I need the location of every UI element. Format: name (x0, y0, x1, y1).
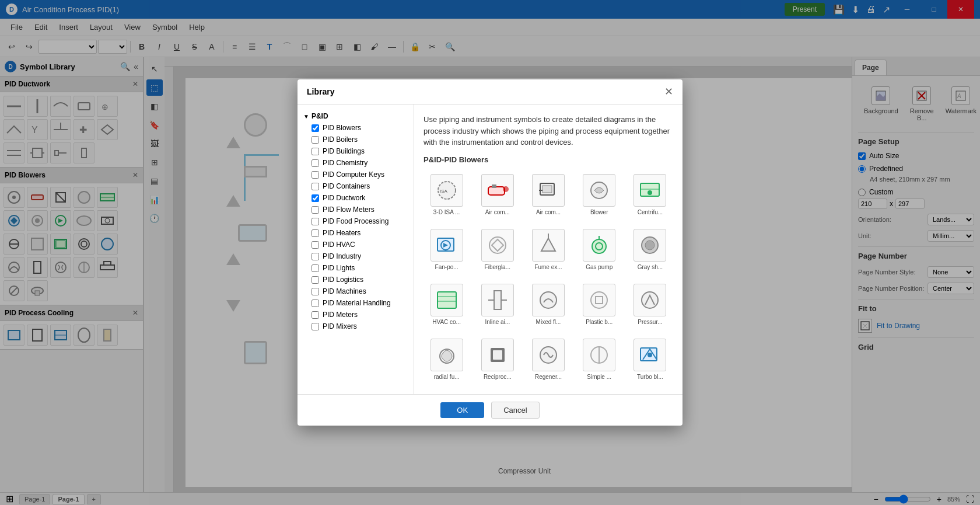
symbol-icon-5 (430, 229, 463, 262)
symbol-label-3: Blower (590, 209, 608, 216)
tree-label-0: PID Blowers (323, 124, 361, 132)
library-modal: Library ✕ ▼ P&ID PID BlowersPID BoilersP… (298, 79, 682, 426)
tree-child-10[interactable]: PID HVAC (302, 239, 409, 250)
modal-tree: ▼ P&ID PID BlowersPID BoilersPID Buildin… (298, 105, 414, 394)
tree-checkbox-2[interactable] (312, 148, 319, 155)
tree-label-14: PID Machines (323, 287, 366, 295)
tree-child-0[interactable]: PID Blowers (302, 122, 409, 134)
tree-child-13[interactable]: PID Logistics (302, 274, 409, 285)
svg-rect-80 (438, 292, 456, 308)
svg-rect-91 (493, 350, 502, 360)
tree-checkbox-11[interactable] (312, 253, 319, 260)
symbol-cell-3[interactable]: Blower (576, 170, 622, 220)
symbol-cell-0[interactable]: ISA3-D ISA ... (424, 170, 470, 220)
tree-checkbox-10[interactable] (312, 241, 319, 249)
symbol-cell-12[interactable]: Mixed fl... (525, 280, 571, 330)
symbol-label-15: radial fu... (434, 374, 460, 381)
modal-subtitle: P&ID-PID Blowers (424, 155, 673, 164)
symbol-cell-13[interactable]: Plastic b... (576, 280, 622, 330)
tree-label-1: PID Boilers (323, 135, 358, 144)
symbol-cell-19[interactable]: Turbo bl... (627, 335, 673, 385)
symbol-label-10: HVAC co... (432, 319, 461, 326)
ok-button[interactable]: OK (440, 402, 484, 418)
tree-label-3: PID Chemistry (323, 159, 368, 167)
svg-point-87 (591, 292, 607, 308)
tree-child-6[interactable]: PID Ductwork (302, 192, 409, 204)
symbol-icon-17 (532, 339, 565, 371)
symbol-icon-15 (430, 339, 463, 371)
symbol-cell-8[interactable]: Gas pump (576, 225, 622, 275)
symbol-icon-8 (583, 229, 615, 262)
modal-overlay[interactable]: Library ✕ ▼ P&ID PID BlowersPID BoilersP… (0, 0, 980, 505)
svg-point-70 (648, 190, 652, 195)
tree-checkbox-8[interactable] (312, 218, 319, 225)
tree-checkbox-7[interactable] (312, 206, 319, 214)
tree-checkbox-0[interactable] (312, 124, 319, 132)
symbol-label-4: Centrifu... (638, 209, 663, 216)
tree-child-8[interactable]: PID Food Processing (302, 215, 409, 227)
tree-checkbox-17[interactable] (312, 323, 319, 330)
tree-checkbox-14[interactable] (312, 288, 319, 295)
tree-child-1[interactable]: PID Boilers (302, 134, 409, 145)
modal-description: Use piping and instrument symbols to cre… (424, 114, 673, 148)
modal-close-button[interactable]: ✕ (664, 85, 673, 98)
symbol-cell-10[interactable]: HVAC co... (424, 280, 470, 330)
symbol-cell-4[interactable]: Centrifu... (627, 170, 673, 220)
svg-rect-61 (488, 187, 505, 195)
tree-child-4[interactable]: PID Computer Keys (302, 169, 409, 180)
tree-child-14[interactable]: PID Machines (302, 285, 409, 297)
tree-parent-pid[interactable]: ▼ P&ID (302, 110, 409, 122)
tree-checkbox-3[interactable] (312, 159, 319, 167)
symbol-cell-9[interactable]: Gray sh... (627, 225, 673, 275)
svg-point-96 (648, 353, 652, 357)
symbol-grid: ISA3-D ISA ...Air com...Air com...Blower… (424, 170, 673, 385)
symbol-icon-9 (634, 229, 666, 262)
tree-checkbox-1[interactable] (312, 136, 319, 144)
tree-checkbox-6[interactable] (312, 194, 319, 202)
tree-child-16[interactable]: PID Meters (302, 309, 409, 321)
tree-label-9: PID Heaters (323, 229, 360, 237)
tree-checkbox-15[interactable] (312, 299, 319, 307)
tree-child-3[interactable]: PID Chemistry (302, 157, 409, 169)
tree-child-11[interactable]: PID Industry (302, 250, 409, 262)
symbol-icon-6 (481, 229, 514, 262)
tree-checkbox-5[interactable] (312, 183, 319, 190)
symbol-cell-15[interactable]: radial fu... (424, 335, 470, 385)
symbol-cell-2[interactable]: Air com... (525, 170, 571, 220)
symbol-cell-5[interactable]: Fan-po... (424, 225, 470, 275)
symbol-cell-1[interactable]: Air com... (474, 170, 520, 220)
symbol-cell-17[interactable]: Regener... (525, 335, 571, 385)
symbol-label-19: Turbo bl... (637, 374, 663, 381)
symbol-cell-16[interactable]: Reciproc... (474, 335, 520, 385)
symbol-label-1: Air com... (485, 209, 510, 216)
symbol-label-14: Pressur... (638, 319, 662, 326)
tree-child-2[interactable]: PID Buildings (302, 145, 409, 157)
svg-point-62 (503, 186, 509, 192)
tree-checkbox-16[interactable] (312, 311, 319, 319)
tree-child-12[interactable]: PID Lights (302, 262, 409, 274)
symbol-label-8: Gas pump (586, 264, 612, 271)
symbol-cell-14[interactable]: Pressur... (627, 280, 673, 330)
symbol-cell-11[interactable]: Inline ai... (474, 280, 520, 330)
tree-child-17[interactable]: PID Mixers (302, 321, 409, 332)
tree-child-7[interactable]: PID Flow Meters (302, 204, 409, 215)
symbol-icon-0: ISA (430, 174, 463, 207)
tree-child-15[interactable]: PID Material Handling (302, 297, 409, 309)
modal-title: Library (307, 87, 334, 96)
symbol-cell-18[interactable]: Simple ... (576, 335, 622, 385)
tree-checkbox-13[interactable] (312, 276, 319, 284)
tree-checkbox-12[interactable] (312, 264, 319, 272)
tree-checkbox-4[interactable] (312, 171, 319, 179)
symbol-cell-7[interactable]: Fume ex... (525, 225, 571, 275)
svg-text:ISA: ISA (440, 189, 448, 194)
svg-point-75 (592, 239, 606, 253)
symbol-icon-18 (583, 339, 615, 371)
symbol-icon-10 (430, 284, 463, 316)
tree-child-5[interactable]: PID Containers (302, 180, 409, 192)
tree-label-16: PID Meters (323, 311, 358, 319)
symbol-label-17: Regener... (535, 374, 562, 381)
tree-child-9[interactable]: PID Heaters (302, 227, 409, 239)
cancel-button[interactable]: Cancel (491, 402, 539, 419)
symbol-cell-6[interactable]: Fibergla... (474, 225, 520, 275)
tree-checkbox-9[interactable] (312, 229, 319, 237)
